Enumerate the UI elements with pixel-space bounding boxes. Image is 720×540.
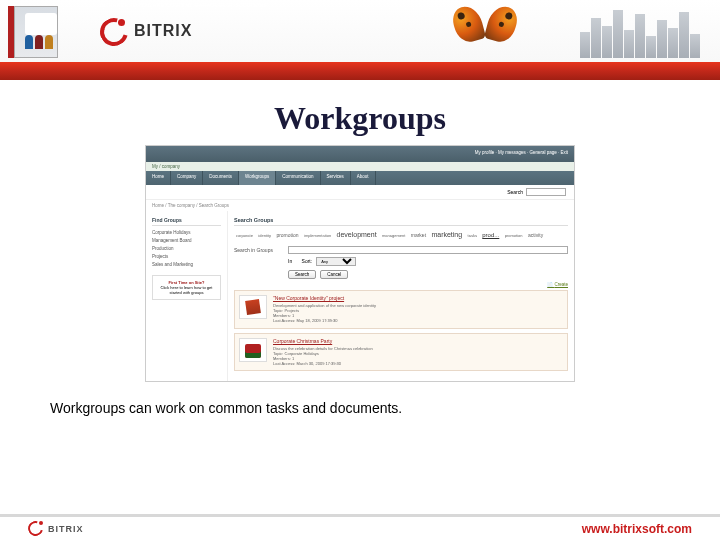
section-heading: Search Groups <box>234 217 568 226</box>
nav-documents[interactable]: Documents <box>203 171 239 185</box>
tag[interactable]: promotion <box>505 233 523 239</box>
tag[interactable]: corporate <box>236 233 253 239</box>
slide-title: Workgroups <box>0 100 720 137</box>
swirl-icon <box>100 18 126 44</box>
slide-caption: Workgroups can work on common tasks and … <box>50 400 402 416</box>
search-field-row: Search in Groups <box>234 246 568 254</box>
main-panel: Search Groups corporate identity promoti… <box>228 211 574 381</box>
breadcrumb-sub: Home / The company / Search Groups <box>146 200 574 211</box>
nav-company[interactable]: Company <box>171 171 203 185</box>
group-search-input[interactable] <box>288 246 568 254</box>
sidebar-item[interactable]: Projects <box>152 254 221 259</box>
search-field-label: Search in Groups <box>234 247 284 253</box>
tag[interactable]: promotion <box>276 232 298 239</box>
sort-prefix: In <box>288 258 292 264</box>
tag[interactable]: marketing <box>431 230 462 240</box>
global-search-input[interactable] <box>526 188 566 196</box>
promo-body: Click here to learn how to get started w… <box>161 285 213 295</box>
app-user-bar: My profile · My messages · General page … <box>146 146 574 162</box>
promo-box: First Time on Site? Click here to learn … <box>152 275 221 300</box>
tag[interactable]: market <box>411 232 426 239</box>
brand-name: BITRIX <box>134 22 192 40</box>
top-banner: BITRIX <box>0 0 720 62</box>
main-nav: Home Company Documents Workgroups Commun… <box>146 171 574 185</box>
global-search-row: Search <box>146 185 574 200</box>
city-skyline-icon <box>580 6 710 58</box>
nav-communication[interactable]: Communication <box>276 171 320 185</box>
sidebar-item[interactable]: Corporate Holidays <box>152 230 221 235</box>
group-meta: Discuss the celebration details for Chri… <box>273 346 563 367</box>
app-screenshot: My profile · My messages · General page … <box>145 145 575 382</box>
tag[interactable]: management <box>382 233 405 239</box>
sidebar-heading: Find Groups <box>152 217 221 226</box>
nav-home[interactable]: Home <box>146 171 171 185</box>
swirl-icon <box>28 521 43 536</box>
nav-services[interactable]: Services <box>321 171 351 185</box>
sort-row: In Sort: Any <box>234 257 568 266</box>
tagline: INTRANET PORTAL AND CONTENT MANAGEMENT S… <box>100 2 267 8</box>
butterfly-icon <box>450 6 520 56</box>
group-title[interactable]: Corporate Christmas Party <box>273 338 563 344</box>
product-box-icon <box>8 4 58 60</box>
group-result[interactable]: "New Corporate Identity" project Develop… <box>234 290 568 329</box>
create-link[interactable]: 📄 Create <box>234 282 568 287</box>
search-label: Search <box>507 189 523 195</box>
sidebar-item[interactable]: Sales and Marketing <box>152 262 221 267</box>
search-button[interactable]: Search <box>288 270 316 279</box>
tag[interactable]: activity <box>528 232 543 239</box>
group-result[interactable]: Corporate Christmas Party Discuss the ce… <box>234 333 568 372</box>
nav-workgroups[interactable]: Workgroups <box>239 171 276 185</box>
sidebar: Find Groups Corporate Holidays Managemen… <box>146 211 228 381</box>
tag[interactable]: prod... <box>482 231 499 239</box>
breadcrumb-main: My / company <box>146 162 574 171</box>
nav-about[interactable]: About <box>351 171 376 185</box>
tag[interactable]: implementation <box>304 233 331 239</box>
group-title[interactable]: "New Corporate Identity" project <box>273 295 563 301</box>
footer-url: www.bitrixsoft.com <box>582 522 692 536</box>
red-stripe: INTRANET PORTAL AND CONTENT MANAGEMENT S… <box>0 62 720 80</box>
sort-select[interactable]: Any <box>316 257 356 266</box>
tag[interactable]: tasks <box>468 233 477 239</box>
tag[interactable]: development <box>337 230 377 240</box>
sort-label: Sort: <box>302 258 313 264</box>
group-thumb-icon <box>239 295 267 319</box>
group-meta: Development and application of the new c… <box>273 303 563 324</box>
footer: BITRIX www.bitrixsoft.com <box>0 514 720 540</box>
footer-logo: BITRIX <box>28 521 84 536</box>
sidebar-item[interactable]: Management Board <box>152 238 221 243</box>
footer-brand: BITRIX <box>48 524 84 534</box>
tag-cloud: corporate identity promotion implementat… <box>234 230 568 240</box>
brand-logo: BITRIX <box>100 18 192 44</box>
tag[interactable]: identity <box>258 233 271 239</box>
group-thumb-icon <box>239 338 267 362</box>
sidebar-item[interactable]: Production <box>152 246 221 251</box>
cancel-button[interactable]: Cancel <box>320 270 348 279</box>
